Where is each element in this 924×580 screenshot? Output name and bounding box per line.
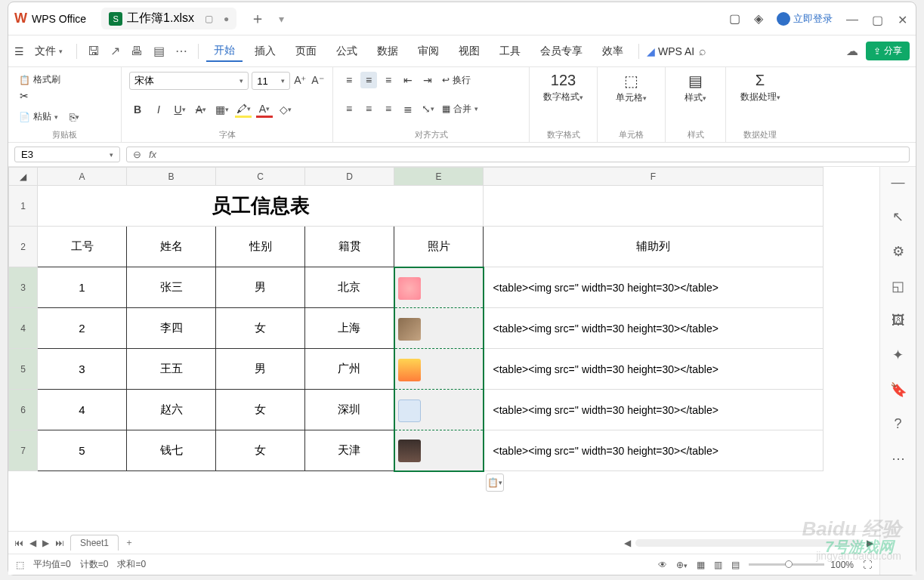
save-icon[interactable]: 🖫 (85, 45, 103, 58)
cell-photo[interactable] (394, 349, 484, 390)
merge-button[interactable]: ▦ 合并▾ (439, 101, 481, 117)
tab-vip[interactable]: 会员专享 (533, 42, 590, 61)
col-header-a[interactable]: A (38, 168, 127, 186)
cell-name[interactable]: 钱七 (127, 430, 216, 471)
side-settings-icon[interactable]: ⚙ (892, 243, 904, 260)
cell-place[interactable]: 北京 (305, 267, 394, 308)
hscroll-right-icon[interactable]: ▶ (867, 538, 873, 548)
italic-icon[interactable]: I (150, 101, 167, 118)
style-button[interactable]: ▤样式▾ (673, 72, 718, 104)
cell-id[interactable]: 3 (38, 349, 127, 390)
more-icon[interactable]: ⋯ (172, 44, 190, 58)
fx-icon[interactable]: fx (149, 149, 156, 160)
align-bottom-icon[interactable]: ≡ (380, 72, 397, 88)
zoom-value[interactable]: 100% (830, 560, 854, 570)
bold-icon[interactable]: B (129, 101, 146, 118)
cell-name[interactable]: 赵六 (127, 390, 216, 430)
zoom-slider[interactable] (749, 563, 824, 566)
header-place[interactable]: 籍贯 (305, 227, 394, 267)
align-top-icon[interactable]: ≡ (341, 72, 357, 88)
menu-hamburger-icon[interactable]: ☰ (14, 45, 24, 57)
orientation-icon[interactable]: ⤡▾ (419, 100, 436, 117)
side-help-icon[interactable]: ? (894, 416, 901, 432)
side-minus-icon[interactable]: — (892, 174, 905, 190)
sheet-prev-icon[interactable]: ◀ (29, 538, 36, 548)
cell-sex[interactable]: 女 (216, 390, 305, 430)
cell-sex[interactable]: 女 (216, 430, 305, 471)
view-normal-icon[interactable]: ▦ (697, 560, 705, 570)
copy-icon[interactable]: ▢ (729, 11, 740, 26)
font-color-icon[interactable]: A▾ (256, 101, 273, 118)
side-tools-icon[interactable]: ✦ (892, 347, 904, 363)
side-cursor-icon[interactable]: ↖ (892, 208, 904, 225)
font-shrink-icon[interactable]: A⁻ (311, 72, 325, 88)
copy-icon[interactable]: ⎘▾ (66, 109, 82, 125)
cell-sex[interactable]: 男 (216, 267, 305, 308)
login-button[interactable]: 立即登录 (777, 12, 833, 26)
header-aux[interactable]: 辅助列 (484, 227, 824, 267)
align-center-icon[interactable]: ≡ (360, 100, 377, 117)
wps-ai-button[interactable]: ◢WPS AI (647, 45, 694, 57)
col-header-b[interactable]: B (127, 168, 216, 186)
cell-f1[interactable] (484, 186, 824, 227)
cell-id[interactable]: 1 (38, 267, 127, 308)
col-header-c[interactable]: C (216, 168, 305, 186)
row-header-4[interactable]: 4 (9, 308, 38, 349)
search-icon[interactable]: ⌕ (699, 45, 706, 58)
clear-format-icon[interactable]: ◇▾ (277, 101, 294, 118)
new-tab-button[interactable]: ＋ (250, 8, 265, 29)
close-button[interactable]: ✕ (898, 13, 910, 25)
cell-place[interactable]: 广州 (305, 349, 394, 390)
sheet-next-icon[interactable]: ▶ (42, 538, 49, 548)
file-menu[interactable]: 文件▾ (29, 42, 69, 61)
name-box[interactable]: E3▾ (14, 147, 120, 162)
col-header-f[interactable]: F (484, 168, 824, 186)
border-icon[interactable]: ▦▾ (214, 101, 230, 118)
cell-photo[interactable]: 📋▾ (394, 430, 484, 471)
cell-place[interactable]: 上海 (305, 308, 394, 349)
preview-icon[interactable]: ▤ (150, 44, 168, 58)
col-header-d[interactable]: D (305, 168, 394, 186)
side-bookmark-icon[interactable]: 🔖 (890, 381, 907, 398)
font-grow-icon[interactable]: A⁺ (293, 72, 307, 88)
data-process-button[interactable]: Σ数据处理▾ (734, 72, 786, 103)
add-sheet-button[interactable]: ＋ (125, 536, 134, 549)
cell-photo[interactable] (394, 308, 484, 349)
cell-place[interactable]: 天津 (305, 430, 394, 471)
cell-id[interactable]: 5 (38, 430, 127, 471)
row-header-5[interactable]: 5 (9, 349, 38, 390)
header-name[interactable]: 姓名 (127, 227, 216, 267)
align-justify-icon[interactable]: ≣ (400, 100, 416, 117)
paste-options-button[interactable]: 📋▾ (486, 474, 504, 492)
header-photo[interactable]: 照片 (394, 227, 484, 267)
cloud-icon[interactable]: ☁ (843, 44, 861, 58)
cell-id[interactable]: 4 (38, 390, 127, 430)
share-button[interactable]: ⇪分享 (866, 42, 910, 60)
maximize-button[interactable]: ▢ (872, 13, 884, 25)
cube-icon[interactable]: ◈ (754, 11, 763, 26)
font-size-select[interactable]: 11▾ (252, 72, 290, 90)
header-sex[interactable]: 性别 (216, 227, 305, 267)
sheet-first-icon[interactable]: ⏮ (14, 538, 23, 548)
cell-aux[interactable]: <table><img src='' width=30 height=30></… (484, 308, 824, 349)
row-header-7[interactable]: 7 (9, 430, 38, 471)
cell-aux[interactable]: <table><img src='' width=30 height=30></… (484, 430, 824, 471)
fill-color-icon[interactable]: 🖍▾ (235, 101, 252, 118)
indent-left-icon[interactable]: ⇤ (400, 72, 416, 88)
header-id[interactable]: 工号 (38, 227, 127, 267)
formula-input[interactable]: ⊖ fx (126, 147, 910, 162)
cell-photo[interactable] (394, 267, 484, 308)
minimize-button[interactable]: — (846, 13, 858, 25)
format-painter-button[interactable]: 📋 格式刷 (16, 72, 113, 88)
tab-window-icon[interactable]: ▢ (205, 14, 213, 24)
hscroll-left-icon[interactable]: ◀ (624, 538, 631, 548)
tab-start[interactable]: 开始 (206, 41, 243, 62)
eye-icon[interactable]: 👁 (658, 560, 667, 570)
font-name-select[interactable]: 宋体▾ (129, 72, 249, 90)
row-header-3[interactable]: 3 (9, 267, 38, 308)
select-all-corner[interactable]: ◢ (9, 168, 38, 186)
strikethrough-icon[interactable]: A▾ (193, 101, 209, 118)
row-header-6[interactable]: 6 (9, 390, 38, 430)
cell-aux[interactable]: <table><img src='' width=30 height=30></… (484, 390, 824, 430)
view-page-icon[interactable]: ▥ (714, 560, 722, 570)
